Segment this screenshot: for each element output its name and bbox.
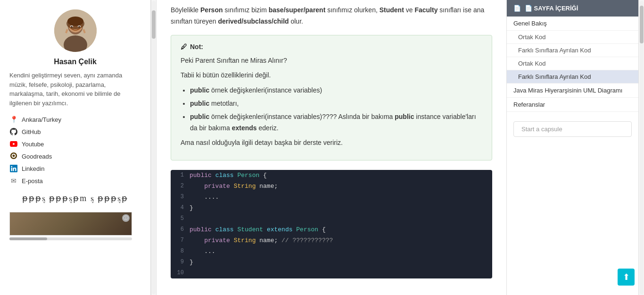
goodreads-text: Goodreads: [22, 153, 52, 160]
line-num-6: 6: [171, 225, 190, 234]
note-public3: public: [190, 113, 209, 120]
note-header: 🖊 Not:: [181, 43, 482, 51]
code-line-1: 1 public class Person {: [171, 170, 492, 181]
faculty-keyword: Faculty: [414, 6, 438, 14]
line-num-9: 9: [171, 258, 190, 266]
line-num-3: 3: [171, 193, 190, 201]
base-keyword: base/super/parent: [269, 6, 326, 14]
code-block: 1 public class Person { 2 private String…: [171, 170, 492, 278]
github-icon: [9, 127, 18, 136]
note-icon: 🖊: [181, 43, 187, 51]
note-list: public örnek değişkenleri(instance varia…: [190, 85, 482, 134]
toc-item-referanslar[interactable]: Referanslar: [507, 98, 638, 112]
line-content-6: public class Student extends Person {: [190, 225, 492, 234]
code-line-6: 6 public class Student extends Person {: [171, 224, 492, 235]
email-text: E-posta: [22, 177, 43, 185]
line-content-7: private String name; // ???????????: [190, 236, 492, 245]
line-content-8: ...: [190, 247, 492, 256]
avatar-container: [9, 9, 141, 52]
email-icon: ✉: [9, 177, 18, 185]
author-signature: ᵽᵽᵽᶊ ᵽᵽᵽᶊᵽm ᶊ ᵽᵽᵽᶊᵽ: [9, 193, 141, 204]
line-num-7: 7: [171, 236, 190, 244]
toc-item-uml[interactable]: Java Miras Hiyerarşisinin UML Diagramı: [507, 84, 638, 98]
location-icon: 📍: [9, 115, 18, 124]
code-line-3: 3 ....: [171, 192, 492, 202]
center-scrollbar-thumb: [152, 10, 156, 39]
horizontal-scrollbar[interactable]: [9, 237, 132, 240]
code-line-9: 9 }: [171, 257, 492, 268]
line-content-3: ....: [190, 193, 492, 202]
line-content-9: }: [190, 258, 492, 267]
author-bio: Kendini geliştirmeyi seven, aynı zamanda…: [9, 71, 141, 108]
youtube-link[interactable]: Youtube: [9, 140, 141, 148]
goodreads-link[interactable]: Goodreads: [9, 152, 141, 160]
toc-item-ortak-kod-1[interactable]: Ortak Kod: [507, 31, 638, 44]
svg-point-11: [78, 26, 80, 28]
email-link[interactable]: ✉ E-posta: [9, 177, 141, 185]
line-num-5: 5: [171, 214, 190, 223]
svg-point-10: [71, 26, 73, 28]
main-content: Böylelikle Person sınıfımız bizim base/s…: [157, 0, 506, 295]
note-public1: public: [190, 86, 209, 94]
linkedin-text: Linkedin: [22, 165, 44, 172]
right-scrollbar[interactable]: [638, 0, 644, 295]
linkedin-link[interactable]: Linkedin: [9, 164, 141, 173]
note-item2: public metotları,: [190, 98, 482, 110]
author-name: Hasan Çelik: [9, 58, 141, 66]
code-line-7: 7 private String name; // ???????????: [171, 235, 492, 246]
svg-point-5: [66, 18, 84, 29]
derived-keyword: derived/subclass/child: [218, 17, 289, 25]
person-keyword: Person: [200, 6, 223, 14]
thumbnail-image: [10, 212, 132, 235]
line-num-10: 10: [171, 269, 190, 277]
youtube-icon: [9, 140, 18, 148]
toc-list: Genel Bakış Ortak Kod Farklı Sınıflara A…: [507, 17, 638, 112]
line-num-1: 1: [171, 171, 190, 179]
note-item3: public örnek değişkenleri(instance varia…: [190, 111, 482, 134]
toc-item-ortak-kod-2[interactable]: Ortak Kod: [507, 57, 638, 70]
right-scrollbar-thumb: [640, 6, 644, 43]
scroll-top-icon: ⬆: [623, 272, 630, 282]
github-link[interactable]: GitHub: [9, 127, 141, 136]
goodreads-icon: [9, 152, 18, 160]
toc-icon: 📄: [513, 5, 521, 12]
note-public4: public: [395, 113, 414, 120]
note-box: 🖊 Not: Peki Parent Sınıftan ne Miras Alı…: [171, 35, 492, 161]
note-title: Not:: [190, 43, 203, 51]
toc-item-farkli-siniflar-1[interactable]: Farklı Sınıflara Ayrılan Kod: [507, 44, 638, 57]
note-para1: Peki Parent Sınıftan ne Miras Alınır?: [181, 55, 482, 67]
toc-item-genel-bakis[interactable]: Genel Bakış: [507, 17, 638, 31]
student-keyword: Student: [380, 6, 404, 14]
intro-text-mid1: sınıfımız bizim: [223, 6, 269, 14]
capsule-area: Start a capsule: [507, 117, 638, 142]
linkedin-icon: [9, 164, 18, 173]
left-sidebar: Hasan Çelik Kendini geliştirmeyi seven, …: [0, 0, 151, 295]
center-scrollbar[interactable]: [151, 0, 157, 295]
intro-paragraph: Böylelikle Person sınıfımız bizim base/s…: [171, 5, 492, 27]
intro-and: ve: [404, 6, 415, 14]
intro-text-before: Böylelikle: [171, 6, 200, 14]
line-num-2: 2: [171, 182, 190, 190]
location-text: Ankara/Turkey: [22, 116, 61, 123]
svg-line-7: [83, 29, 85, 33]
toc-item-farkli-siniflar-2[interactable]: Farklı Sınıflara Ayrılan Kod: [507, 70, 638, 84]
horizontal-scrollbar-thumb: [9, 237, 47, 240]
line-num-8: 8: [171, 247, 190, 255]
location-link[interactable]: 📍 Ankara/Turkey: [9, 115, 141, 124]
avatar: [54, 9, 97, 52]
code-line-2: 2 private String name;: [171, 181, 492, 192]
code-line-8: 8 ...: [171, 246, 492, 257]
code-line-5: 5: [171, 213, 492, 224]
line-content-1: public class Person {: [190, 171, 492, 180]
line-num-4: 4: [171, 203, 190, 212]
code-line-10: 10: [171, 268, 492, 278]
social-links: 📍 Ankara/Turkey GitHub Youtube Goodreads: [9, 115, 141, 185]
note-public2: public: [190, 100, 209, 107]
scroll-to-top-button[interactable]: ⬆: [618, 269, 635, 286]
note-extends: extends: [232, 124, 257, 132]
start-capsule-button[interactable]: Start a capsule: [513, 121, 632, 137]
youtube-text: Youtube: [22, 141, 44, 148]
code-line-4: 4 }: [171, 202, 492, 213]
note-content: Peki Parent Sınıftan ne Miras Alınır? Ta…: [181, 55, 482, 149]
line-content-2: private String name;: [190, 182, 492, 191]
